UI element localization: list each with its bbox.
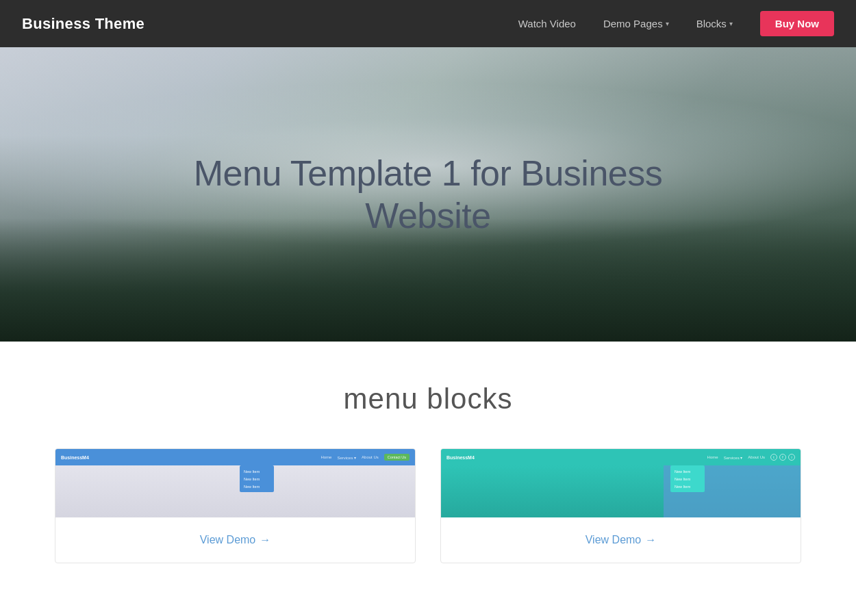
- card-1-preview-links: Home Services ▾ About Us Contact Us: [320, 454, 410, 461]
- card-1-preview-link-about: About Us: [362, 455, 379, 459]
- hero-title: Menu Template 1 for Business Website: [194, 152, 663, 238]
- card-2-twitter-icon: t: [770, 454, 777, 461]
- buy-now-button[interactable]: Buy Now: [760, 11, 834, 36]
- card-1-dropdown-item-2: New Item: [240, 475, 274, 483]
- card-2-preview-dropdown: New Item New Item New Item: [670, 465, 705, 492]
- card-1-footer: View Demo →: [55, 517, 415, 563]
- card-2-preview-link-services: Services ▾: [724, 455, 743, 460]
- demo-pages-dropdown[interactable]: Demo Pages ▾: [603, 18, 669, 29]
- navbar: Business Theme Watch Video Demo Pages ▾ …: [0, 0, 856, 47]
- card-2: BusinessM4 Home Services ▾ About Us t f …: [440, 448, 801, 563]
- blocks-caret-icon: ▾: [729, 20, 733, 27]
- blocks-dropdown[interactable]: Blocks ▾: [696, 18, 733, 29]
- card-1-dropdown-item-3: New Item: [240, 483, 274, 490]
- card-1-preview-contact-btn: Contact Us: [384, 454, 410, 461]
- section-title: menu blocks: [55, 383, 801, 415]
- card-2-arrow-icon: →: [645, 534, 656, 546]
- card-1-preview-brand: BusinessM4: [61, 455, 89, 460]
- card-2-dropdown-item-3: New Item: [670, 483, 705, 490]
- card-2-preview-brand: BusinessM4: [446, 455, 475, 460]
- cards-container: BusinessM4 Home Services ▾ About Us Cont…: [55, 448, 801, 563]
- card-2-view-demo-link[interactable]: View Demo →: [586, 534, 657, 546]
- card-2-social-icons: t f i: [770, 454, 795, 461]
- card-2-dropdown-item-1: New Item: [670, 467, 705, 475]
- card-1-dropdown-item-1: New Item: [240, 467, 274, 475]
- card-2-preview-link-about: About Us: [748, 455, 765, 459]
- card-1-arrow-icon: →: [260, 534, 270, 546]
- brand-logo: Business Theme: [22, 15, 144, 33]
- watch-video-link[interactable]: Watch Video: [518, 18, 576, 29]
- card-2-dropdown-item-2: New Item: [670, 475, 705, 483]
- card-2-preview-link-home: Home: [707, 455, 718, 459]
- card-1-preview-navbar: BusinessM4 Home Services ▾ About Us Cont…: [55, 449, 415, 465]
- card-2-preview-links: Home Services ▾ About Us t f i: [707, 454, 795, 461]
- card-2-instagram-icon: i: [788, 454, 795, 461]
- card-2-facebook-icon: f: [779, 454, 786, 461]
- menu-blocks-section: menu blocks BusinessM4 Home Services ▾ A…: [0, 342, 856, 591]
- card-1-preview-link-home: Home: [320, 455, 331, 459]
- card-1-view-demo-link[interactable]: View Demo →: [200, 534, 271, 546]
- card-1-preview: BusinessM4 Home Services ▾ About Us Cont…: [55, 449, 415, 517]
- demo-pages-caret-icon: ▾: [666, 20, 669, 27]
- card-2-preview: BusinessM4 Home Services ▾ About Us t f …: [441, 449, 801, 517]
- nav-links: Watch Video Demo Pages ▾ Blocks ▾ Buy No…: [518, 11, 834, 36]
- card-1: BusinessM4 Home Services ▾ About Us Cont…: [55, 448, 416, 563]
- card-1-preview-dropdown: New Item New Item New Item: [240, 465, 274, 492]
- card-2-preview-navbar: BusinessM4 Home Services ▾ About Us t f …: [441, 449, 801, 465]
- hero-section: Menu Template 1 for Business Website: [0, 47, 856, 342]
- card-2-footer: View Demo →: [441, 517, 801, 563]
- card-1-preview-link-services: Services ▾: [337, 455, 356, 460]
